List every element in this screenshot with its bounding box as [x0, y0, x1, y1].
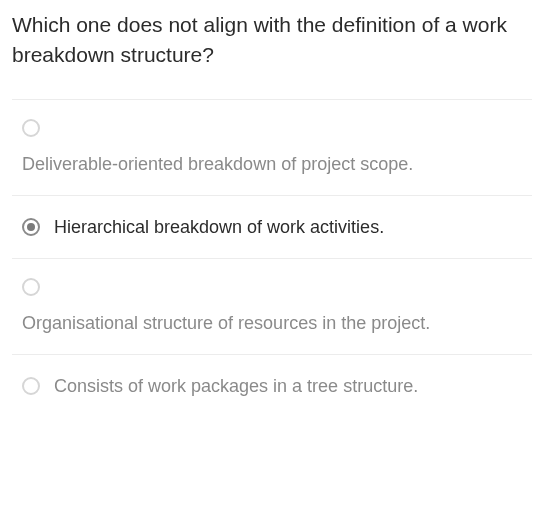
radio-icon[interactable] — [22, 377, 40, 395]
question-text: Which one does not align with the defini… — [12, 10, 532, 71]
option-label: Hierarchical breakdown of work activitie… — [54, 214, 384, 240]
option-1[interactable]: Deliverable-oriented breakdown of projec… — [12, 99, 532, 195]
option-2[interactable]: Hierarchical breakdown of work activitie… — [12, 195, 532, 258]
option-label: Deliverable-oriented breakdown of projec… — [22, 151, 522, 177]
option-label: Organisational structure of resources in… — [22, 310, 452, 336]
radio-icon[interactable] — [22, 278, 40, 296]
radio-icon[interactable] — [22, 218, 40, 236]
options-list: Deliverable-oriented breakdown of projec… — [12, 99, 532, 403]
option-4[interactable]: Consists of work packages in a tree stru… — [12, 354, 532, 403]
option-label: Consists of work packages in a tree stru… — [54, 373, 418, 399]
option-3[interactable]: Organisational structure of resources in… — [12, 258, 532, 354]
radio-icon[interactable] — [22, 119, 40, 137]
